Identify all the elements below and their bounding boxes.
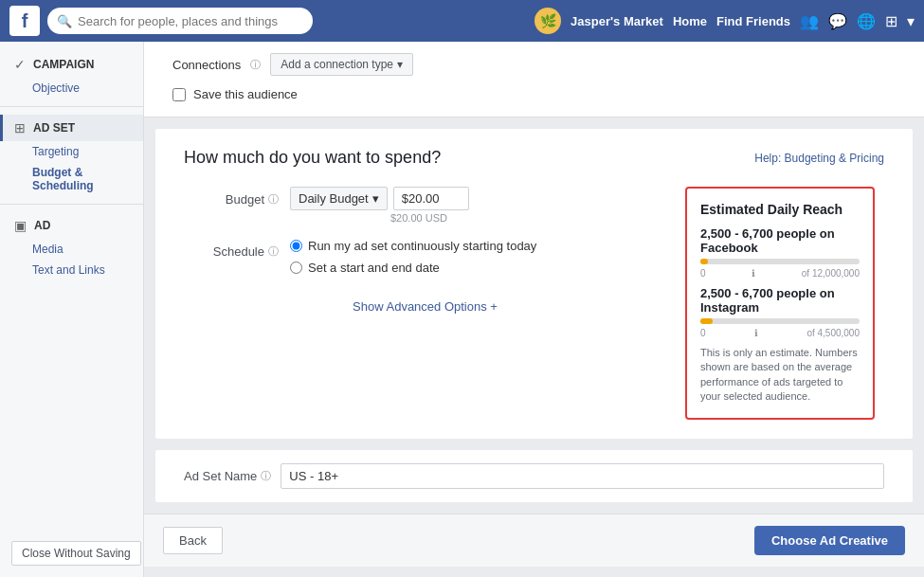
budget-main-content: Budget ⓘ Daily Budget ▾ $20.0: [184, 187, 884, 420]
brand-name[interactable]: Jasper's Market: [571, 14, 663, 28]
facebook-info-icon: ℹ: [752, 268, 755, 279]
save-audience-label: Save this audience: [193, 87, 298, 101]
choose-ad-creative-button[interactable]: Choose Ad Creative: [754, 526, 905, 555]
connections-label: Connections: [172, 58, 241, 72]
instagram-reach: 2,500 - 6,700 people on Instagram 0 ℹ of…: [700, 286, 860, 338]
budget-type-chevron: ▾: [372, 191, 379, 206]
globe-icon[interactable]: 🌐: [857, 12, 876, 30]
instagram-bar-container: [700, 318, 860, 324]
chat-icon[interactable]: 💬: [828, 12, 847, 30]
radio-continuous-label: Run my ad set continuously starting toda…: [308, 239, 536, 253]
facebook-reach: 2,500 - 6,700 people on Facebook 0 ℹ of …: [700, 226, 860, 279]
instagram-scale: 0 ℹ of 4,500,000: [700, 328, 860, 338]
sidebar: ✓ CAMPAIGN Objective ⊞ AD SET Targeting …: [0, 42, 144, 577]
facebook-scale-min: 0: [700, 268, 706, 279]
budget-label-text: Budget: [226, 192, 264, 207]
reach-disclaimer: This is only an estimate. Numbers shown …: [700, 346, 860, 405]
estimated-reach-panel: Estimated Daily Reach 2,500 - 6,700 peop…: [685, 187, 875, 420]
sidebar-item-adset[interactable]: ⊞ AD SET: [0, 115, 143, 141]
save-audience-checkbox[interactable]: [172, 88, 186, 101]
sidebar-divider-1: [0, 106, 143, 107]
connections-row: Connections ⓘ Add a connection type ▾: [172, 53, 896, 76]
schedule-controls: Run my ad set continuously starting toda…: [290, 239, 536, 275]
ad-square-icon: ▣: [14, 218, 27, 233]
budget-type-label: Daily Budget: [299, 191, 369, 206]
instagram-reach-bar: [700, 318, 713, 324]
budget-form-label: Budget ⓘ: [184, 187, 279, 207]
connections-info-icon[interactable]: ⓘ: [250, 58, 261, 72]
adset-grid-icon: ⊞: [14, 120, 26, 135]
close-without-saving-button[interactable]: Close Without Saving: [11, 541, 141, 566]
radio-dates[interactable]: Set a start and end date: [290, 261, 536, 275]
search-icon: 🔍: [57, 14, 72, 28]
sidebar-sub-budget[interactable]: Budget & Scheduling: [0, 162, 143, 196]
add-connection-chevron: ▾: [397, 58, 403, 71]
content-area: Connections ⓘ Add a connection type ▾ Sa…: [144, 42, 924, 577]
bottom-bar: Back Choose Ad Creative: [144, 514, 924, 567]
ad-label: AD: [34, 219, 50, 232]
adset-name-info-icon[interactable]: ⓘ: [261, 469, 271, 483]
budget-type-dropdown[interactable]: Daily Budget ▾: [290, 187, 388, 210]
budget-controls: Daily Budget ▾ $20.00 USD: [290, 187, 469, 224]
radio-dates-label: Set a start and end date: [308, 261, 440, 275]
nav-right: 🌿 Jasper's Market Home Find Friends 👥 💬 …: [534, 8, 915, 34]
sidebar-sub-media[interactable]: Media: [0, 239, 143, 260]
radio-dates-input[interactable]: [290, 261, 302, 274]
adset-name-input[interactable]: [281, 463, 884, 489]
adset-label: AD SET: [33, 121, 75, 135]
campaign-check-icon: ✓: [14, 57, 26, 72]
search-input[interactable]: [78, 14, 286, 28]
section-header: How much do you want to spend? Help: Bud…: [184, 148, 884, 168]
facebook-reach-bar: [700, 259, 708, 264]
save-audience-row: Save this audience: [172, 87, 896, 101]
facebook-scale-max: of 12,000,000: [802, 268, 860, 279]
facebook-reach-label: 2,500 - 6,700 people on Facebook: [700, 226, 860, 255]
budget-row: Budget ⓘ Daily Budget ▾ $20.0: [184, 187, 666, 224]
sidebar-item-campaign[interactable]: ✓ CAMPAIGN: [0, 51, 143, 78]
facebook-bar-container: [700, 259, 860, 264]
brand-avatar: 🌿: [534, 8, 561, 34]
sidebar-divider-2: [0, 204, 143, 205]
facebook-scale: 0 ℹ of 12,000,000: [700, 268, 860, 279]
schedule-form-label: Schedule ⓘ: [184, 239, 279, 259]
schedule-info-icon[interactable]: ⓘ: [268, 244, 279, 259]
instagram-reach-label: 2,500 - 6,700 people on Instagram: [700, 286, 860, 315]
grid-icon[interactable]: ⊞: [885, 12, 897, 30]
radio-continuous[interactable]: Run my ad set continuously starting toda…: [290, 239, 536, 253]
schedule-row: Schedule ⓘ Run my ad set continuously st…: [184, 239, 666, 275]
budget-left: Budget ⓘ Daily Budget ▾ $20.0: [184, 187, 666, 420]
radio-continuous-input[interactable]: [290, 240, 302, 252]
top-section: Connections ⓘ Add a connection type ▾ Sa…: [144, 42, 924, 117]
adset-name-label: Ad Set Name ⓘ: [184, 469, 271, 483]
budget-info-icon[interactable]: ⓘ: [268, 192, 279, 207]
section-title: How much do you want to spend?: [184, 148, 441, 168]
budget-usd-hint: $20.00 USD: [390, 212, 469, 224]
help-link[interactable]: Help: Budgeting & Pricing: [754, 152, 884, 165]
sidebar-sub-objective[interactable]: Objective: [0, 78, 143, 99]
instagram-scale-max: of 4,500,000: [806, 328, 860, 338]
instagram-scale-min: 0: [700, 328, 706, 338]
top-navigation: f 🔍 🌿 Jasper's Market Home Find Friends …: [0, 0, 924, 42]
sidebar-item-ad[interactable]: ▣ AD: [0, 212, 143, 239]
budget-section: How much do you want to spend? Help: Bud…: [155, 129, 913, 439]
nav-home[interactable]: Home: [673, 14, 707, 28]
facebook-logo: f: [9, 6, 40, 36]
schedule-label-text: Schedule: [213, 244, 264, 259]
campaign-label: CAMPAIGN: [33, 58, 94, 71]
people-icon[interactable]: 👥: [800, 12, 819, 30]
main-layout: ✓ CAMPAIGN Objective ⊞ AD SET Targeting …: [0, 42, 924, 577]
budget-inline: Daily Budget ▾: [290, 187, 469, 210]
instagram-info-icon: ℹ: [754, 328, 758, 338]
advanced-options-link[interactable]: Show Advanced Options +: [184, 290, 666, 323]
sidebar-sub-text-links[interactable]: Text and Links: [0, 260, 143, 280]
add-connection-button[interactable]: Add a connection type ▾: [270, 53, 413, 76]
add-connection-label: Add a connection type: [281, 58, 393, 71]
budget-amount-input[interactable]: [393, 187, 469, 210]
nav-find-friends[interactable]: Find Friends: [716, 14, 790, 28]
search-bar[interactable]: 🔍: [47, 8, 313, 34]
chevron-down-icon[interactable]: ▾: [907, 12, 915, 30]
back-button[interactable]: Back: [163, 527, 223, 554]
sidebar-sub-targeting[interactable]: Targeting: [0, 141, 143, 162]
reach-title: Estimated Daily Reach: [700, 202, 860, 217]
adset-name-section: Ad Set Name ⓘ: [155, 450, 913, 502]
